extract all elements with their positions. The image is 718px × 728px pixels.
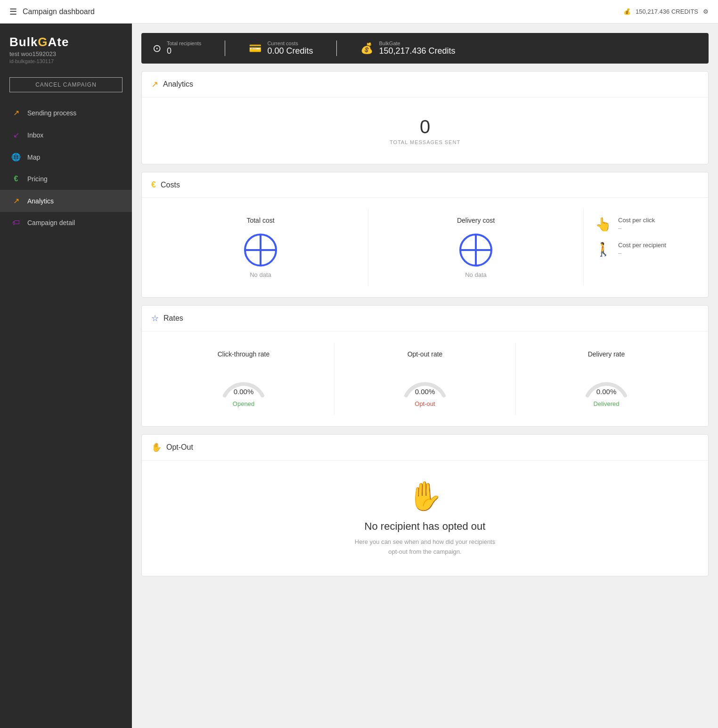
optout-main-icon: ✋ <box>151 479 699 513</box>
sidebar-item-analytics[interactable]: ↗ Analytics <box>0 190 132 212</box>
cost-per-recipient-icon: 🚶 <box>595 242 612 257</box>
click-through-gauge: 0.00% <box>220 367 267 396</box>
cancel-campaign-button[interactable]: CANCEL CAMPAIGN <box>9 77 122 92</box>
credits-icon: 💰 <box>623 8 631 15</box>
delivery-rate-title: Delivery rate <box>527 350 685 358</box>
total-messages-label: TOTAL MESSAGES SENT <box>153 139 697 145</box>
costs-header-icon: € <box>151 180 156 190</box>
stat-label: Total recipients <box>167 40 201 46</box>
sidebar-item-label: Inbox <box>27 131 43 139</box>
optout-title: No recipient has opted out <box>151 520 699 533</box>
analytics-card-header: ↗ Analytics <box>142 72 708 97</box>
opt-out-value: 0.00% <box>415 388 435 396</box>
costs-card: € Costs Total cost No data Delivery cost… <box>141 172 709 298</box>
settings-icon[interactable]: ⚙ <box>703 8 709 15</box>
sidebar-item-label: Campaign detail <box>27 219 75 226</box>
cost-per-recipient-item: 🚶 Cost per recipient – <box>595 242 685 257</box>
total-cost-no-data: No data <box>161 271 360 278</box>
cost-per-click-icon: 👆 <box>595 217 612 232</box>
optout-header-label: Opt-Out <box>166 443 193 452</box>
campaign-detail-icon: 🏷 <box>11 218 21 227</box>
brand-logo: BulkGAte <box>9 35 122 49</box>
sidebar-item-pricing[interactable]: € Pricing <box>0 168 132 190</box>
content-area: ⊙ Total recipients 0 💳 Current costs 0.0… <box>132 24 718 728</box>
analytics-icon: ↗ <box>11 196 21 205</box>
credits-value: 150,217.436 CREDITS <box>636 8 698 15</box>
click-through-value: 0.00% <box>234 388 254 396</box>
stat-label: BulkGate <box>379 40 455 46</box>
sidebar-item-label: Analytics <box>27 197 54 205</box>
total-messages-stat: 0 TOTAL MESSAGES SENT <box>153 109 697 153</box>
click-through-rate-title: Click-through rate <box>164 350 323 358</box>
analytics-card-body: 0 TOTAL MESSAGES SENT <box>142 97 708 164</box>
rates-card-header: ☆ Rates <box>142 306 708 332</box>
opt-out-gauge: 0.00% <box>401 367 449 396</box>
page-title: Campaign dashboard <box>23 8 95 16</box>
sidebar-item-label: Pricing <box>27 175 48 183</box>
delivery-cost-no-data: No data <box>376 271 576 278</box>
topbar-right: 💰 150,217.436 CREDITS ⚙ <box>623 8 709 15</box>
bulkgate-icon: 💰 <box>360 42 373 55</box>
costs-card-header: € Costs <box>142 172 708 198</box>
sidebar-id: id-bulkgate-130117 <box>9 58 122 64</box>
optout-card-body: ✋ No recipient has opted out Here you ca… <box>142 461 708 576</box>
optout-card-header: ✋ Opt-Out <box>142 435 708 461</box>
total-messages-value: 0 <box>153 116 697 138</box>
click-through-rate-col: Click-through rate 0.00% Opened <box>153 343 335 415</box>
sidebar-item-campaign-detail[interactable]: 🏷 Campaign detail <box>0 212 132 234</box>
brand-area: BulkGAte test woo1592023 id-bulkgate-130… <box>0 24 132 72</box>
stat-value: 150,217.436 Credits <box>379 46 455 56</box>
inbox-icon: ↙ <box>11 130 21 139</box>
optout-description: Here you can see when and how did your r… <box>354 537 496 557</box>
cost-per-click-item: 👆 Cost per click – <box>595 217 685 232</box>
rates-header-label: Rates <box>163 314 183 323</box>
stat-value: 0.00 Credits <box>267 46 313 56</box>
costs-grid: Total cost No data Delivery cost No data… <box>153 209 697 286</box>
sidebar: BulkGAte test woo1592023 id-bulkgate-130… <box>0 24 132 728</box>
analytics-header-icon: ↗ <box>151 79 158 89</box>
analytics-header-label: Analytics <box>163 80 193 89</box>
delivery-sub: Delivered <box>527 400 685 407</box>
rates-card: ☆ Rates Click-through rate 0.00% <box>141 305 709 427</box>
menu-icon[interactable]: ☰ <box>9 7 17 17</box>
pricing-icon: € <box>11 175 21 183</box>
costs-icon: 💳 <box>249 42 261 55</box>
delivery-cost-label: Delivery cost <box>376 217 576 224</box>
stat-total-recipients: ⊙ Total recipients 0 <box>153 40 201 56</box>
cost-per-recipient-label: Cost per recipient <box>618 242 666 249</box>
cost-per-recipient-value: – <box>618 250 666 257</box>
sidebar-item-map[interactable]: 🌐 Map <box>0 146 132 168</box>
total-cost-label: Total cost <box>161 217 360 224</box>
delivery-rate-col: Delivery rate 0.00% Delivered <box>516 343 697 415</box>
costs-header-label: Costs <box>161 181 180 189</box>
cost-side-panel: 👆 Cost per click – 🚶 Cost per recipient … <box>584 209 697 286</box>
optout-header-icon: ✋ <box>151 442 162 453</box>
delivery-gauge: 0.00% <box>583 367 630 396</box>
total-cost-col: Total cost No data <box>153 209 368 286</box>
costs-card-body: Total cost No data Delivery cost No data… <box>142 198 708 297</box>
topbar: ☰ Campaign dashboard 💰 150,217.436 CREDI… <box>0 0 718 24</box>
cost-per-click-value: – <box>618 225 655 232</box>
sidebar-item-sending-process[interactable]: ↗ Sending process <box>0 102 132 124</box>
optout-card: ✋ Opt-Out ✋ No recipient has opted out H… <box>141 434 709 576</box>
sidebar-item-inbox[interactable]: ↙ Inbox <box>0 124 132 146</box>
total-cost-pie <box>244 234 277 267</box>
stat-current-costs: 💳 Current costs 0.00 Credits <box>249 40 313 56</box>
delivery-cost-col: Delivery cost No data <box>368 209 584 286</box>
analytics-card: ↗ Analytics 0 TOTAL MESSAGES SENT <box>141 71 709 164</box>
opt-out-rate-col: Opt-out rate 0.00% Opt-out <box>335 343 516 415</box>
sidebar-item-label: Sending process <box>27 109 76 117</box>
stat-bulkgate-credits: 💰 BulkGate 150,217.436 Credits <box>360 40 455 56</box>
sidebar-username: test woo1592023 <box>9 50 122 57</box>
delivery-value: 0.00% <box>596 388 617 396</box>
rates-card-body: Click-through rate 0.00% Opened Opt-out … <box>142 332 708 426</box>
rates-grid: Click-through rate 0.00% Opened Opt-out … <box>153 343 697 415</box>
rates-header-icon: ☆ <box>151 313 159 324</box>
opt-out-sub: Opt-out <box>346 400 504 407</box>
stat-value: 0 <box>167 46 201 56</box>
sidebar-item-label: Map <box>27 154 40 161</box>
click-through-sub: Opened <box>164 400 323 407</box>
stat-label: Current costs <box>267 40 313 46</box>
stats-bar: ⊙ Total recipients 0 💳 Current costs 0.0… <box>141 33 709 64</box>
main-layout: BulkGAte test woo1592023 id-bulkgate-130… <box>0 24 718 728</box>
